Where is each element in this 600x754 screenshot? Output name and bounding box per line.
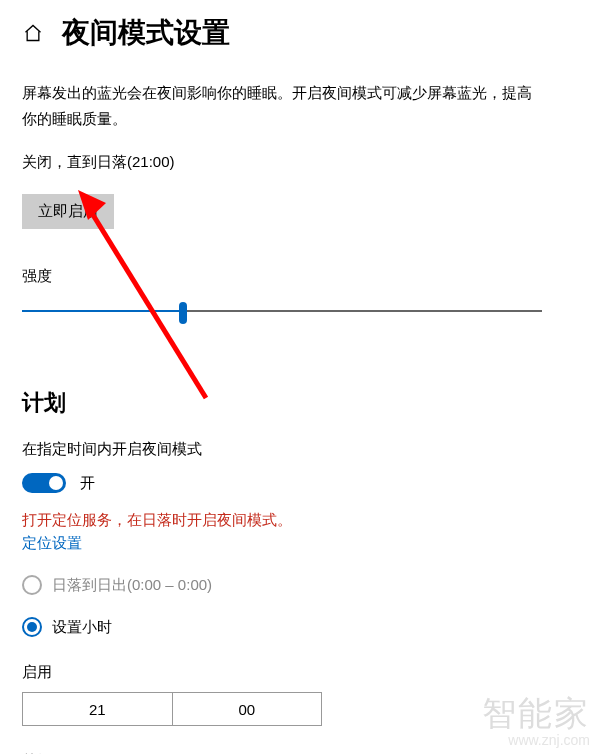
watermark-line1: 智能家 [482,695,590,732]
toggle-state-label: 开 [80,474,95,493]
description-text: 屏幕发出的蓝光会在夜间影响你的睡眠。开启夜间模式可减少屏幕蓝光，提高你的睡眠质量… [22,80,542,131]
apply-now-button[interactable]: 立即启用 [22,194,114,229]
page-title: 夜间模式设置 [62,14,230,52]
location-warning: 打开定位服务，在日落时开启夜间模式。 [22,511,578,530]
turn-on-minute[interactable]: 00 [172,693,322,725]
schedule-label: 在指定时间内开启夜间模式 [22,440,578,459]
radio-sunset-label: 日落到日出(0:00 – 0:00) [52,576,212,595]
location-settings-link[interactable]: 定位设置 [22,534,82,551]
status-text: 关闭，直到日落(21:00) [22,153,578,172]
toggle-knob [49,476,63,490]
strength-label: 强度 [22,267,578,286]
watermark: 智能家 www.znj.com [482,695,590,748]
page-header: 夜间模式设置 [22,14,578,52]
radio-set-hours[interactable] [22,617,42,637]
radio-sunset[interactable] [22,575,42,595]
schedule-toggle[interactable] [22,473,66,493]
slider-fill [22,310,183,312]
plan-section-title: 计划 [22,388,578,418]
strength-slider[interactable] [22,298,542,328]
turn-on-hour[interactable]: 21 [23,693,172,725]
slider-thumb[interactable] [179,302,187,324]
turn-on-time-picker[interactable]: 21 00 [22,692,322,726]
watermark-line2: www.znj.com [482,733,590,748]
home-icon[interactable] [22,22,44,44]
turn-on-label: 启用 [22,663,578,682]
radio-set-hours-label: 设置小时 [52,618,112,637]
